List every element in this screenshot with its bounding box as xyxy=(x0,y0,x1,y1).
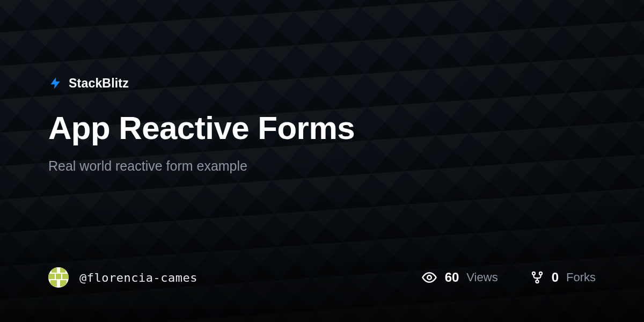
author-handle: @florencia-cames xyxy=(79,271,197,284)
views-label: Views xyxy=(466,270,497,284)
forks-stat: 0 Forks xyxy=(530,269,596,286)
project-title: App Reactive Forms xyxy=(48,109,596,147)
svg-point-0 xyxy=(427,275,431,280)
svg-point-2 xyxy=(539,272,542,275)
svg-point-1 xyxy=(532,272,535,275)
stats: 60 Views 0 Forks xyxy=(421,269,596,286)
footer: @florencia-cames 60 Views xyxy=(48,267,596,288)
views-count: 60 xyxy=(445,270,459,285)
forks-label: Forks xyxy=(566,270,596,284)
avatar xyxy=(48,267,69,288)
card-content: StackBlitz App Reactive Forms Real world… xyxy=(0,0,644,322)
brand-name: StackBlitz xyxy=(69,76,129,91)
fork-icon xyxy=(530,269,544,286)
author[interactable]: @florencia-cames xyxy=(48,267,197,288)
eye-icon xyxy=(421,269,437,286)
brand: StackBlitz xyxy=(48,75,596,91)
svg-point-3 xyxy=(536,280,538,283)
project-subtitle: Real world reactive form example xyxy=(48,158,596,174)
forks-count: 0 xyxy=(552,270,559,285)
views-stat: 60 Views xyxy=(421,269,498,286)
bolt-icon xyxy=(48,75,62,91)
